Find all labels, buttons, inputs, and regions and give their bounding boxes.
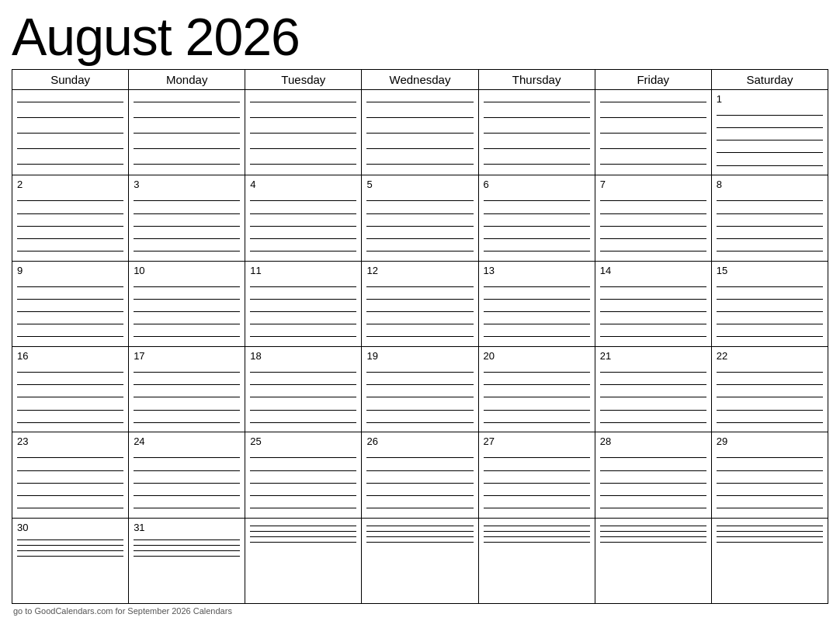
writing-line: [717, 422, 823, 423]
lines-container: [250, 193, 356, 258]
writing-line: [484, 164, 590, 165]
lines-container: [366, 279, 473, 343]
lines-container: [366, 450, 473, 515]
writing-line: [250, 536, 356, 537]
writing-line: [366, 508, 473, 508]
day-cell: 14: [595, 262, 712, 346]
writing-line: [17, 410, 123, 411]
writing-line: [484, 526, 590, 526]
day-cell: [362, 90, 478, 175]
writing-line: [717, 251, 823, 252]
writing-line: [366, 531, 473, 532]
writing-line: [366, 102, 473, 102]
lines-container: [484, 365, 590, 429]
lines-container: [717, 522, 823, 600]
writing-line: [250, 311, 356, 312]
day-cell: 3: [129, 175, 245, 260]
writing-line: [600, 164, 706, 165]
writing-line: [717, 152, 823, 153]
day-number: 3: [134, 179, 240, 191]
day-number: 10: [134, 265, 240, 277]
writing-line: [250, 470, 356, 471]
writing-line: [484, 200, 590, 201]
writing-line: [250, 410, 356, 411]
writing-line: [17, 336, 123, 337]
writing-line: [484, 286, 590, 287]
lines-container: [717, 279, 823, 343]
writing-line: [600, 397, 706, 397]
writing-line: [366, 164, 473, 165]
day-cell: 1: [712, 90, 828, 175]
day-cell: 31: [129, 519, 245, 603]
day-header: Friday: [595, 70, 712, 89]
day-cell: [479, 519, 595, 603]
writing-line: [484, 384, 590, 385]
day-number: 4: [250, 179, 356, 191]
lines-container: [600, 522, 706, 600]
day-cell: 28: [595, 432, 712, 517]
day-cell: [129, 90, 245, 175]
writing-line: [134, 102, 240, 102]
day-cell: 4: [245, 175, 362, 260]
writing-line: [484, 508, 590, 508]
writing-line: [134, 117, 240, 118]
day-cell: [479, 90, 595, 175]
lines-container: [250, 279, 356, 343]
writing-line: [17, 422, 123, 423]
writing-line: [717, 115, 823, 116]
day-cell: [362, 519, 478, 603]
week-row: 1: [12, 90, 828, 175]
lines-container: [600, 365, 706, 429]
lines-container: [717, 107, 823, 172]
day-header: Sunday: [12, 70, 129, 89]
writing-line: [17, 133, 123, 134]
day-cell: 26: [362, 432, 478, 517]
day-cell: 16: [12, 347, 129, 432]
writing-line: [717, 495, 823, 496]
writing-line: [17, 213, 123, 214]
day-cell: 15: [712, 262, 828, 346]
writing-line: [484, 495, 590, 496]
writing-line: [250, 286, 356, 287]
lines-container: [484, 93, 590, 172]
day-cell: 8: [712, 175, 828, 260]
day-cell: [12, 90, 129, 175]
lines-container: [17, 93, 123, 172]
writing-line: [600, 200, 706, 201]
day-number: 27: [484, 435, 590, 448]
lines-container: [600, 93, 706, 172]
writing-line: [134, 545, 240, 546]
day-cell: 6: [479, 175, 595, 260]
day-number: 7: [600, 179, 706, 191]
day-cell: 10: [129, 262, 245, 346]
writing-line: [717, 336, 823, 337]
writing-line: [250, 164, 356, 165]
writing-line: [484, 299, 590, 300]
writing-line: [717, 127, 823, 128]
writing-line: [17, 397, 123, 397]
writing-line: [366, 117, 473, 118]
lines-container: [484, 279, 590, 343]
writing-line: [17, 495, 123, 496]
writing-line: [134, 457, 240, 458]
writing-line: [366, 213, 473, 214]
writing-line: [134, 213, 240, 214]
writing-line: [717, 372, 823, 373]
writing-line: [484, 422, 590, 423]
writing-line: [250, 299, 356, 300]
day-cell: 18: [245, 347, 362, 432]
writing-line: [484, 117, 590, 118]
writing-line: [250, 457, 356, 458]
writing-line: [717, 531, 823, 532]
writing-line: [717, 213, 823, 214]
writing-line: [717, 536, 823, 537]
lines-container: [600, 450, 706, 515]
lines-container: [17, 193, 123, 258]
writing-line: [134, 372, 240, 373]
writing-line: [134, 164, 240, 165]
calendar-grid: SundayMondayTuesdayWednesdayThursdayFrid…: [12, 69, 828, 604]
day-cell: 23: [12, 432, 129, 517]
lines-container: [717, 193, 823, 258]
writing-line: [17, 102, 123, 102]
writing-line: [600, 495, 706, 496]
